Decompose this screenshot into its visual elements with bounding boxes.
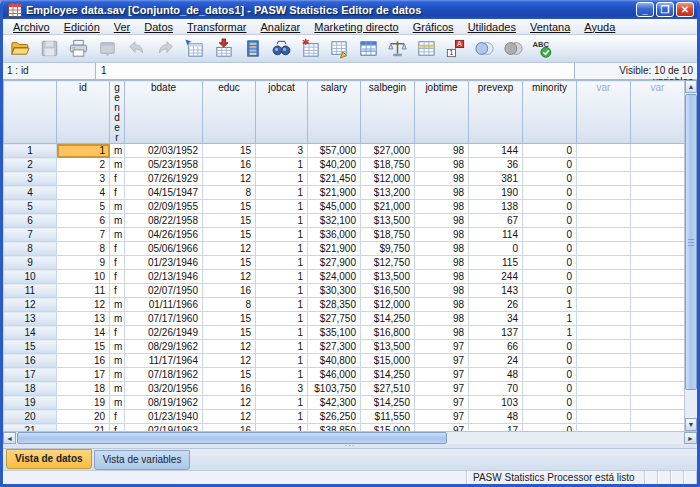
cell-prevexp-row12[interactable]: 26: [469, 298, 523, 312]
vertical-scrollbar[interactable]: ▲ ▼: [684, 80, 697, 431]
cell-prevexp-row20[interactable]: 48: [469, 410, 523, 424]
cell-educ-row15[interactable]: 12: [203, 340, 256, 354]
cell-prevexp-row8[interactable]: 0: [469, 242, 523, 256]
cell-bdate-row19[interactable]: 08/19/1962: [125, 396, 203, 410]
cell-var1-row11[interactable]: [577, 284, 631, 298]
cell-bdate-row4[interactable]: 04/15/1947: [125, 186, 203, 200]
cell-minority-row10[interactable]: 0: [523, 270, 577, 284]
row-header-11[interactable]: 11: [4, 284, 57, 298]
cell-salbegin-row11[interactable]: $16,500: [361, 284, 415, 298]
cell-var2-row5[interactable]: [631, 200, 685, 214]
cell-prevexp-row3[interactable]: 381: [469, 172, 523, 186]
cell-jobcat-row11[interactable]: 1: [256, 284, 308, 298]
cell-var1-row5[interactable]: [577, 200, 631, 214]
cell-salbegin-row2[interactable]: $18,750: [361, 158, 415, 172]
cell-minority-row21[interactable]: 0: [523, 424, 577, 432]
cell-salbegin-row5[interactable]: $21,000: [361, 200, 415, 214]
cell-salbegin-row19[interactable]: $14,250: [361, 396, 415, 410]
cell-jobtime-row14[interactable]: 98: [415, 326, 469, 340]
cell-salary-row19[interactable]: $42,300: [308, 396, 361, 410]
cell-salbegin-row12[interactable]: $12,000: [361, 298, 415, 312]
cell-var1-row18[interactable]: [577, 382, 631, 396]
cell-bdate-row11[interactable]: 02/07/1950: [125, 284, 203, 298]
cell-jobtime-row5[interactable]: 98: [415, 200, 469, 214]
cell-var2-row21[interactable]: [631, 424, 685, 432]
row-header-21[interactable]: 21: [4, 424, 57, 432]
cell-educ-row4[interactable]: 8: [203, 186, 256, 200]
cell-prevexp-row19[interactable]: 103: [469, 396, 523, 410]
cell-bdate-row17[interactable]: 07/18/1962: [125, 368, 203, 382]
cell-jobtime-row8[interactable]: 98: [415, 242, 469, 256]
cell-salbegin-row1[interactable]: $27,000: [361, 144, 415, 158]
find-icon[interactable]: [268, 36, 295, 61]
cell-bdate-row7[interactable]: 04/26/1956: [125, 228, 203, 242]
cell-bdate-row3[interactable]: 07/26/1929: [125, 172, 203, 186]
cell-id-row11[interactable]: 11: [57, 284, 110, 298]
cell-minority-row3[interactable]: 0: [523, 172, 577, 186]
select-cases-icon[interactable]: [413, 36, 440, 61]
cell-gender-row21[interactable]: f: [110, 424, 125, 432]
cell-educ-row3[interactable]: 12: [203, 172, 256, 186]
cell-id-row17[interactable]: 17: [57, 368, 110, 382]
column-header-salbegin[interactable]: salbegin: [361, 81, 415, 144]
cell-prevexp-row6[interactable]: 67: [469, 214, 523, 228]
cell-gender-row5[interactable]: m: [110, 200, 125, 214]
cell-var1-row2[interactable]: [577, 158, 631, 172]
cell-jobtime-row19[interactable]: 97: [415, 396, 469, 410]
cell-var1-row20[interactable]: [577, 410, 631, 424]
cell-gender-row4[interactable]: f: [110, 186, 125, 200]
cell-bdate-row15[interactable]: 08/29/1962: [125, 340, 203, 354]
cell-id-row8[interactable]: 8: [57, 242, 110, 256]
cell-var2-row15[interactable]: [631, 340, 685, 354]
spell-check-icon[interactable]: ABC: [529, 36, 556, 61]
cell-bdate-row10[interactable]: 02/13/1946: [125, 270, 203, 284]
cell-jobtime-row11[interactable]: 98: [415, 284, 469, 298]
cell-educ-row18[interactable]: 16: [203, 382, 256, 396]
cell-bdate-row9[interactable]: 01/23/1946: [125, 256, 203, 270]
menu-ayuda[interactable]: Ayuda: [577, 21, 622, 33]
horizontal-scrollbar[interactable]: ◄ ►: [3, 431, 697, 444]
cell-prevexp-row15[interactable]: 66: [469, 340, 523, 354]
minimize-button[interactable]: _: [636, 2, 654, 17]
cell-var2-row16[interactable]: [631, 354, 685, 368]
row-header-16[interactable]: 16: [4, 354, 57, 368]
cell-id-row7[interactable]: 7: [57, 228, 110, 242]
cell-prevexp-row16[interactable]: 24: [469, 354, 523, 368]
cell-bdate-row1[interactable]: 02/03/1952: [125, 144, 203, 158]
cell-minority-row20[interactable]: 0: [523, 410, 577, 424]
cell-jobtime-row17[interactable]: 97: [415, 368, 469, 382]
column-header-prevexp[interactable]: prevexp: [469, 81, 523, 144]
cell-jobcat-row15[interactable]: 1: [256, 340, 308, 354]
cell-prevexp-row18[interactable]: 70: [469, 382, 523, 396]
cell-gender-row15[interactable]: m: [110, 340, 125, 354]
cell-prevexp-row4[interactable]: 190: [469, 186, 523, 200]
cell-var2-row4[interactable]: [631, 186, 685, 200]
menu-marketing-directo[interactable]: Marketing directo: [307, 21, 405, 33]
cell-var2-row18[interactable]: [631, 382, 685, 396]
cell-educ-row6[interactable]: 15: [203, 214, 256, 228]
save-icon[interactable]: [36, 36, 63, 61]
cell-jobcat-row21[interactable]: 1: [256, 424, 308, 432]
cell-jobcat-row14[interactable]: 1: [256, 326, 308, 340]
cell-educ-row5[interactable]: 15: [203, 200, 256, 214]
column-header-minority[interactable]: minority: [523, 81, 577, 144]
cell-jobtime-row12[interactable]: 98: [415, 298, 469, 312]
weight-cases-icon[interactable]: [384, 36, 411, 61]
cell-var2-row3[interactable]: [631, 172, 685, 186]
split-file-icon[interactable]: [355, 36, 382, 61]
goto-case-icon[interactable]: [181, 36, 208, 61]
cell-gender-row18[interactable]: m: [110, 382, 125, 396]
cell-salary-row11[interactable]: $30,300: [308, 284, 361, 298]
cell-jobtime-row16[interactable]: 97: [415, 354, 469, 368]
cell-salbegin-row18[interactable]: $27,510: [361, 382, 415, 396]
cell-educ-row13[interactable]: 15: [203, 312, 256, 326]
vertical-scroll-thumb[interactable]: [685, 94, 697, 390]
row-header-17[interactable]: 17: [4, 368, 57, 382]
cell-salary-row21[interactable]: $38,850: [308, 424, 361, 432]
cell-gender-row6[interactable]: m: [110, 214, 125, 228]
cell-var1-row15[interactable]: [577, 340, 631, 354]
cell-var2-row12[interactable]: [631, 298, 685, 312]
row-header-15[interactable]: 15: [4, 340, 57, 354]
cell-jobcat-row6[interactable]: 1: [256, 214, 308, 228]
cell-var2-row14[interactable]: [631, 326, 685, 340]
